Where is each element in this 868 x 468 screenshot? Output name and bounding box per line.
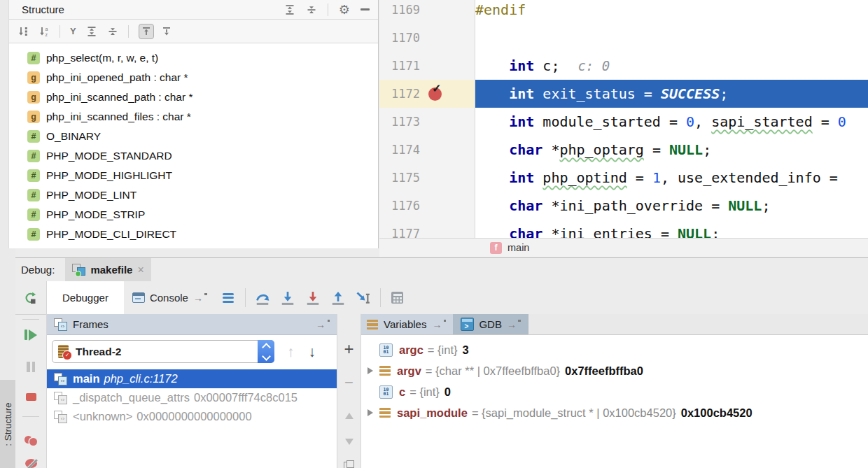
code-line[interactable]: int module_started = 0, sapi_started = 0	[475, 108, 868, 136]
frame-up-icon[interactable]	[287, 343, 295, 360]
hide-icon[interactable]	[360, 8, 370, 10]
code-line[interactable]	[475, 24, 868, 52]
editor-gutter[interactable]: 1177	[379, 220, 475, 238]
force-step-into-icon[interactable]	[300, 281, 326, 314]
frame-row[interactable]: _dispatch_queue_attrs0x00007fff74c8c015	[47, 388, 337, 407]
step-out-icon[interactable]	[326, 281, 351, 314]
structure-tool-window-button[interactable]: : Structure	[0, 380, 15, 468]
editor-line[interactable]: 1170	[379, 24, 868, 52]
step-over-icon[interactable]	[250, 281, 275, 314]
breakpoint-zone[interactable]	[420, 164, 475, 192]
pin-icon[interactable]	[507, 320, 521, 329]
thread-selector-stepper[interactable]	[258, 340, 274, 363]
editor-line[interactable]: 1172 int exit_status = SUCCESS;	[379, 80, 868, 108]
code-line[interactable]: char *ini_path_override = NULL;	[475, 192, 868, 220]
stop-icon[interactable]	[26, 393, 36, 402]
layout-icon[interactable]	[216, 281, 241, 314]
breakpoint-icon[interactable]	[428, 87, 442, 101]
pin-icon[interactable]	[432, 320, 446, 329]
pin-icon[interactable]	[193, 293, 207, 303]
code-line[interactable]: #endif	[475, 0, 868, 24]
breakpoint-zone[interactable]	[420, 0, 475, 24]
structure-item[interactable]: #php_select(m, r, w, e, t)	[9, 48, 378, 68]
move-up-icon[interactable]	[345, 413, 354, 419]
editor-gutter[interactable]: 1175	[379, 164, 475, 192]
structure-item[interactable]: #O_BINARY	[9, 127, 378, 146]
code-editor[interactable]: 1169#endif11701171 int c;c: 01172 int ex…	[379, 0, 868, 257]
frame-down-icon[interactable]	[309, 343, 316, 360]
close-icon[interactable]	[137, 264, 144, 276]
frame-row[interactable]: mainphp_cli.c:1172	[47, 369, 337, 388]
editor-line[interactable]: 1173 int module_started = 0, sapi_starte…	[379, 108, 868, 136]
breadcrumb-item[interactable]: main	[507, 242, 529, 253]
structure-item[interactable]: #PHP_MODE_CLI_DIRECT	[9, 225, 378, 244]
code-line[interactable]: char *ini_entries = NULL;	[475, 220, 868, 238]
structure-item[interactable]: gphp_ini_opened_path : char *	[9, 68, 378, 87]
editor-gutter[interactable]: 1169	[379, 0, 475, 24]
settings-icon[interactable]	[339, 3, 350, 16]
structure-item[interactable]: #PHP_MODE_HIGHLIGHT	[9, 166, 378, 185]
autoscroll-to-source-icon[interactable]	[139, 24, 154, 39]
pin-icon[interactable]	[316, 320, 330, 329]
editor-gutter[interactable]: 1176	[379, 192, 475, 220]
breakpoint-zone[interactable]	[420, 80, 475, 108]
code-line[interactable]: char *php_optarg = NULL;	[475, 136, 868, 164]
variable-row[interactable]: argc= {int}3	[361, 339, 868, 360]
expand-all-icon[interactable]	[86, 26, 97, 37]
remove-icon[interactable]	[344, 376, 354, 390]
code-line[interactable]: int exit_status = SUCCESS;	[475, 80, 868, 108]
structure-item[interactable]: #PHP_MODE_STANDARD	[9, 146, 378, 166]
sort-by-type-icon[interactable]	[18, 26, 29, 37]
pause-icon[interactable]	[27, 362, 35, 372]
tab-debugger[interactable]: Debugger	[47, 281, 124, 314]
code-line[interactable]: int c;c: 0	[475, 52, 868, 80]
editor-line[interactable]: 1175 int php_optind = 1, use_extended_in…	[379, 164, 868, 192]
autoscroll-from-source-icon[interactable]	[161, 26, 172, 37]
editor-line[interactable]: 1176 char *ini_path_override = NULL;	[379, 192, 868, 220]
breakpoint-zone[interactable]	[420, 108, 475, 136]
run-to-cursor-icon[interactable]	[351, 281, 376, 314]
mute-breakpoints-icon[interactable]	[25, 459, 37, 468]
tab-console[interactable]: Console	[124, 281, 216, 314]
evaluate-expression-icon[interactable]	[385, 281, 410, 314]
breakpoint-zone[interactable]	[420, 220, 475, 238]
tab-gdb[interactable]: GDB	[453, 314, 528, 334]
step-into-icon[interactable]	[275, 281, 300, 314]
editor-gutter[interactable]: 1171	[379, 52, 475, 80]
duplicate-icon[interactable]	[344, 462, 354, 468]
variable-row[interactable]: c= {int}0	[361, 381, 868, 402]
editor-line[interactable]: 1171 int c;c: 0	[379, 52, 868, 80]
debug-session-tab[interactable]: makefile	[65, 258, 150, 281]
view-breakpoints-icon[interactable]	[24, 435, 38, 446]
expand-arrow-icon[interactable]	[361, 367, 379, 374]
thread-selector[interactable]: Thread-2	[52, 340, 274, 363]
editor-gutter[interactable]: 1172	[379, 80, 475, 108]
frames-panel-header[interactable]: Frames	[47, 314, 337, 335]
editor-gutter[interactable]: 1170	[379, 24, 475, 52]
breakpoint-zone[interactable]	[420, 192, 475, 220]
breakpoint-zone[interactable]	[420, 24, 475, 52]
editor-line[interactable]: 1169#endif	[379, 0, 868, 24]
expand-arrow-icon[interactable]	[361, 409, 379, 416]
add-icon[interactable]	[344, 342, 354, 357]
code-line[interactable]: int php_optind = 1, use_extended_info =	[475, 164, 868, 192]
move-down-icon[interactable]	[345, 439, 354, 445]
editor-gutter[interactable]: 1173	[379, 108, 475, 136]
frame-row[interactable]: <unknown>0x0000000000000000	[47, 407, 337, 426]
sort-alphabetically-icon[interactable]: az	[38, 26, 50, 37]
tab-variables[interactable]: Variables	[361, 314, 453, 334]
editor-line[interactable]: 1177 char *ini_entries = NULL;	[379, 220, 868, 238]
structure-item[interactable]: gphp_ini_scanned_files : char *	[9, 107, 378, 127]
breakpoint-zone[interactable]	[420, 136, 475, 164]
group-methods-icon[interactable]	[70, 26, 76, 36]
resume-icon[interactable]	[24, 329, 37, 341]
structure-item[interactable]: #PHP_MODE_STRIP	[9, 205, 378, 225]
breakpoint-zone[interactable]	[420, 52, 475, 80]
collapse-all-icon[interactable]	[107, 26, 118, 37]
collapse-all-icon[interactable]	[306, 4, 317, 15]
structure-item[interactable]: gphp_ini_scanned_path : char *	[9, 87, 378, 107]
editor-line[interactable]: 1174 char *php_optarg = NULL;	[379, 136, 868, 164]
expand-all-icon[interactable]	[284, 4, 295, 15]
variable-row[interactable]: argv= {char ** | 0x7ffeefbffba0}0x7ffeef…	[361, 360, 868, 381]
rerun-icon[interactable]	[15, 281, 47, 314]
